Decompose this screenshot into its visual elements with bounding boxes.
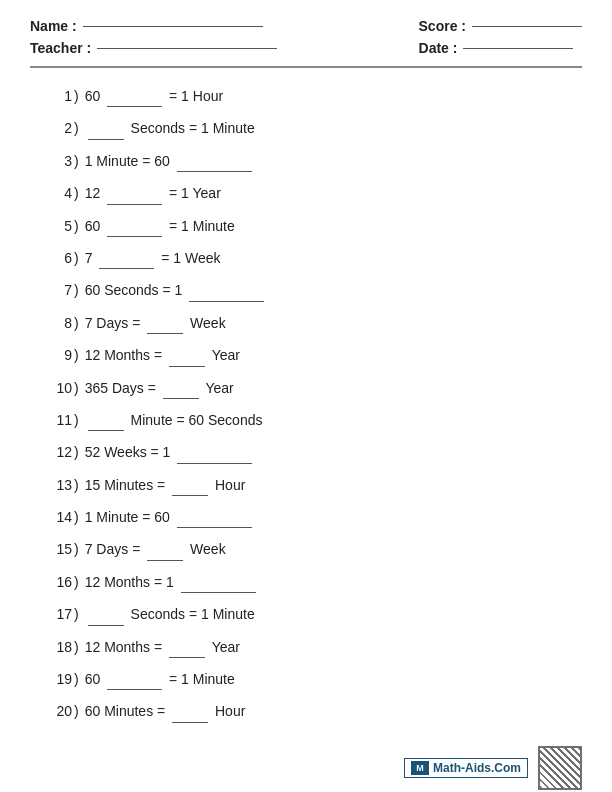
question-row: 20)60 Minutes = Hour (30, 695, 582, 727)
question-row: 13)15 Minutes = Hour (30, 469, 582, 501)
question-text: 60 Minutes = Hour (85, 700, 246, 722)
answer-blank[interactable] (107, 675, 162, 690)
question-paren: ) (74, 150, 79, 172)
question-paren: ) (74, 603, 79, 625)
question-text: 12 Months = Year (85, 636, 240, 658)
question-row: 8)7 Days = Week (30, 307, 582, 339)
question-row: 14)1 Minute = 60 (30, 501, 582, 533)
date-row: Date : (419, 40, 582, 56)
answer-blank[interactable] (99, 254, 154, 269)
question-paren: ) (74, 571, 79, 593)
answer-blank[interactable] (107, 189, 162, 204)
question-number: 3 (40, 150, 72, 172)
question-row: 2) Seconds = 1 Minute (30, 112, 582, 144)
question-text: 365 Days = Year (85, 377, 234, 399)
question-row: 19)60 = 1 Minute (30, 663, 582, 695)
question-paren: ) (74, 344, 79, 366)
answer-blank[interactable] (163, 384, 199, 399)
score-label: Score : (419, 18, 466, 34)
question-row: 16)12 Months = 1 (30, 566, 582, 598)
answer-blank[interactable] (177, 157, 252, 172)
question-paren: ) (74, 215, 79, 237)
question-number: 14 (40, 506, 72, 528)
question-number: 20 (40, 700, 72, 722)
question-row: 15)7 Days = Week (30, 533, 582, 565)
answer-blank[interactable] (107, 222, 162, 237)
answer-blank[interactable] (181, 578, 256, 593)
answer-blank[interactable] (147, 545, 183, 560)
question-text: Seconds = 1 Minute (85, 117, 255, 139)
question-row: 9)12 Months = Year (30, 339, 582, 371)
math-aids-icon: M (411, 761, 429, 775)
question-number: 8 (40, 312, 72, 334)
question-text: 7 = 1 Week (85, 247, 221, 269)
question-paren: ) (74, 182, 79, 204)
answer-blank[interactable] (172, 707, 208, 722)
question-number: 16 (40, 571, 72, 593)
question-text: 7 Days = Week (85, 538, 226, 560)
answer-blank[interactable] (88, 416, 124, 431)
question-text: 60 = 1 Minute (85, 668, 235, 690)
question-row: 5)60 = 1 Minute (30, 210, 582, 242)
question-text: 12 Months = 1 (85, 571, 259, 593)
header-right: Score : Date : (419, 18, 582, 56)
answer-blank[interactable] (169, 351, 205, 366)
qr-code (538, 746, 582, 790)
name-row: Name : (30, 18, 277, 34)
question-row: 4)12 = 1 Year (30, 177, 582, 209)
question-row: 17) Seconds = 1 Minute (30, 598, 582, 630)
teacher-line (97, 48, 277, 49)
question-paren: ) (74, 85, 79, 107)
question-paren: ) (74, 538, 79, 560)
question-paren: ) (74, 700, 79, 722)
question-number: 6 (40, 247, 72, 269)
score-row: Score : (419, 18, 582, 34)
question-text: 52 Weeks = 1 (85, 441, 256, 463)
answer-blank[interactable] (189, 286, 264, 301)
question-number: 1 (40, 85, 72, 107)
footer: M Math-Aids.Com (30, 746, 582, 790)
footer-site-label: Math-Aids.Com (433, 761, 521, 775)
question-number: 18 (40, 636, 72, 658)
question-number: 5 (40, 215, 72, 237)
question-number: 9 (40, 344, 72, 366)
answer-blank[interactable] (88, 124, 124, 139)
question-row: 18)12 Months = Year (30, 631, 582, 663)
question-text: 7 Days = Week (85, 312, 226, 334)
question-paren: ) (74, 636, 79, 658)
question-text: 12 = 1 Year (85, 182, 221, 204)
answer-blank[interactable] (169, 643, 205, 658)
name-line (83, 26, 263, 27)
answer-blank[interactable] (177, 448, 252, 463)
question-paren: ) (74, 668, 79, 690)
name-label: Name : (30, 18, 77, 34)
question-number: 13 (40, 474, 72, 496)
question-number: 11 (40, 409, 72, 431)
questions-section: 1)60 = 1 Hour2) Seconds = 1 Minute3)1 Mi… (30, 80, 582, 728)
header-divider (30, 66, 582, 68)
header-left: Name : Teacher : (30, 18, 277, 56)
answer-blank[interactable] (172, 481, 208, 496)
question-paren: ) (74, 377, 79, 399)
question-number: 10 (40, 377, 72, 399)
question-paren: ) (74, 441, 79, 463)
question-paren: ) (74, 247, 79, 269)
answer-blank[interactable] (88, 610, 124, 625)
question-text: Seconds = 1 Minute (85, 603, 255, 625)
question-row: 1)60 = 1 Hour (30, 80, 582, 112)
question-text: 12 Months = Year (85, 344, 240, 366)
question-text: 60 Seconds = 1 (85, 279, 268, 301)
question-paren: ) (74, 409, 79, 431)
question-row: 6)7 = 1 Week (30, 242, 582, 274)
answer-blank[interactable] (107, 92, 162, 107)
question-number: 7 (40, 279, 72, 301)
math-aids-logo: M Math-Aids.Com (404, 758, 528, 778)
question-row: 12)52 Weeks = 1 (30, 436, 582, 468)
answer-blank[interactable] (147, 319, 183, 334)
question-paren: ) (74, 312, 79, 334)
answer-blank[interactable] (177, 513, 252, 528)
question-text: 60 = 1 Hour (85, 85, 223, 107)
question-paren: ) (74, 506, 79, 528)
question-number: 15 (40, 538, 72, 560)
question-text: 1 Minute = 60 (85, 506, 255, 528)
